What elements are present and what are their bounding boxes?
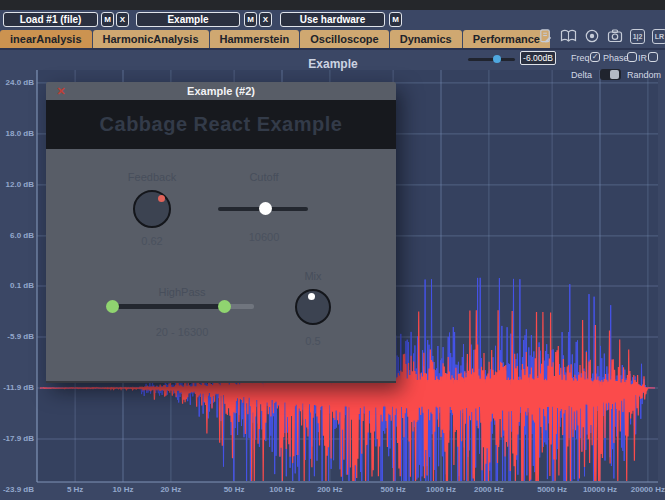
analysis-tab-bar: inearAnalysisHarmonicAnalysisHammerstein… (0, 30, 550, 48)
tab-harmonicanalysis[interactable]: HarmonicAnalysis (93, 30, 209, 48)
tab-inearanalysis[interactable]: inearAnalysis (0, 30, 92, 48)
freq-label: Freq (571, 53, 590, 63)
slot-1-mute-button[interactable]: M (101, 12, 114, 27)
db-tick-label: -11.9 dB (0, 383, 34, 392)
db-tick-label: 6.0 dB (0, 231, 34, 240)
gain-value-field[interactable]: -6.00dB (520, 51, 556, 65)
cutoff-slider-thumb[interactable] (259, 202, 272, 215)
feedback-knob-indicator (158, 195, 165, 202)
slot-2-mute-button[interactable]: M (244, 12, 257, 27)
notes-icon[interactable] (538, 28, 553, 44)
toolbar-icon-row: 1|2 LR (538, 27, 665, 45)
load-slot-1-button[interactable]: Load #1 (file) (3, 12, 98, 27)
highpass-low-thumb[interactable] (106, 300, 119, 313)
hz-tick-label: 5 Hz (50, 485, 100, 494)
db-tick-label: -5.9 dB (0, 332, 34, 341)
dialog-body: Feedback 0.62 Cutoff 10600 HighPass 20 -… (46, 149, 396, 383)
tab-hammerstein[interactable]: Hammerstein (210, 30, 300, 48)
eye-icon[interactable] (584, 28, 600, 44)
highpass-range-fill (113, 304, 225, 309)
mix-knob-indicator (308, 293, 315, 300)
ir-label: IR (638, 53, 647, 63)
gain-slider-track (468, 58, 515, 61)
hz-tick-label: 100 Hz (257, 485, 307, 494)
feedback-knob[interactable] (133, 190, 171, 228)
mix-label: Mix (283, 270, 343, 282)
db-tick-label: 0.1 dB (0, 281, 34, 290)
toggle-knob (610, 70, 619, 79)
hz-tick-label: 5000 Hz (527, 485, 577, 494)
camera-icon[interactable] (607, 28, 623, 44)
close-icon[interactable]: ✕ (54, 82, 68, 100)
graph-title: Example (233, 57, 433, 71)
load-slot-3-button[interactable]: Use hardware (280, 12, 385, 27)
gain-slider-thumb[interactable] (493, 55, 501, 63)
hz-tick-label: 200 Hz (305, 485, 355, 494)
tab-oscilloscope[interactable]: Oscilloscope (300, 30, 388, 48)
mix-knob[interactable] (295, 289, 331, 325)
db-tick-label: 12.0 dB (0, 180, 34, 189)
feedback-value: 0.62 (122, 235, 182, 247)
hz-tick-label: 50 Hz (209, 485, 259, 494)
dialog-titlebar[interactable] (46, 82, 396, 100)
tab-underline (0, 48, 665, 50)
db-tick-label: 24.0 dB (0, 78, 34, 87)
db-tick-label: -17.9 dB (0, 434, 34, 443)
feedback-label: Feedback (122, 171, 182, 183)
plugin-name: Cabbage React Example (100, 113, 343, 136)
delta-label: Delta (571, 70, 592, 80)
freq-checkbox[interactable]: ✓ (590, 52, 600, 62)
delta-random-toggle[interactable] (600, 69, 621, 80)
highpass-label: HighPass (152, 286, 212, 298)
slot-3-mute-button[interactable]: M (389, 12, 402, 27)
cutoff-value: 10600 (234, 231, 294, 243)
hz-tick-label: 20 Hz (146, 485, 196, 494)
ir-checkbox[interactable] (648, 52, 658, 62)
phase-checkbox[interactable] (627, 52, 637, 62)
gain-slider[interactable] (468, 55, 515, 63)
hz-tick-label: 10 Hz (98, 485, 148, 494)
phase-label: Phase (603, 53, 629, 63)
slot-1-clear-button[interactable]: X (116, 12, 129, 27)
hz-tick-label: 10000 Hz (575, 485, 625, 494)
plugin-editor-dialog: Example (#2) ✕ Cabbage React Example Fee… (46, 82, 396, 383)
random-label: Random (627, 70, 661, 80)
slot-2-clear-button[interactable]: X (259, 12, 272, 27)
db-tick-label: 18.0 dB (0, 129, 34, 138)
lr-icon[interactable]: LR (652, 29, 665, 44)
highpass-high-thumb[interactable] (218, 300, 231, 313)
cutoff-label: Cutoff (234, 171, 294, 183)
one-two-icon[interactable]: 1|2 (630, 29, 645, 44)
dialog-header: Cabbage React Example (46, 100, 396, 149)
hz-tick-label: 2000 Hz (464, 485, 514, 494)
db-tick-label: -23.9 dB (0, 485, 34, 494)
hz-tick-label: 1000 Hz (416, 485, 466, 494)
tab-dynamics[interactable]: Dynamics (390, 30, 462, 48)
book-icon[interactable] (560, 28, 577, 44)
tab-performance[interactable]: Performance (463, 30, 550, 48)
load-slot-2-button[interactable]: Example (136, 12, 240, 27)
hz-tick-label: 500 Hz (368, 485, 418, 494)
hz-tick-label: 20000 Hz (623, 485, 665, 494)
mix-value: 0.5 (283, 335, 343, 347)
highpass-value: 20 - 16300 (142, 326, 222, 338)
